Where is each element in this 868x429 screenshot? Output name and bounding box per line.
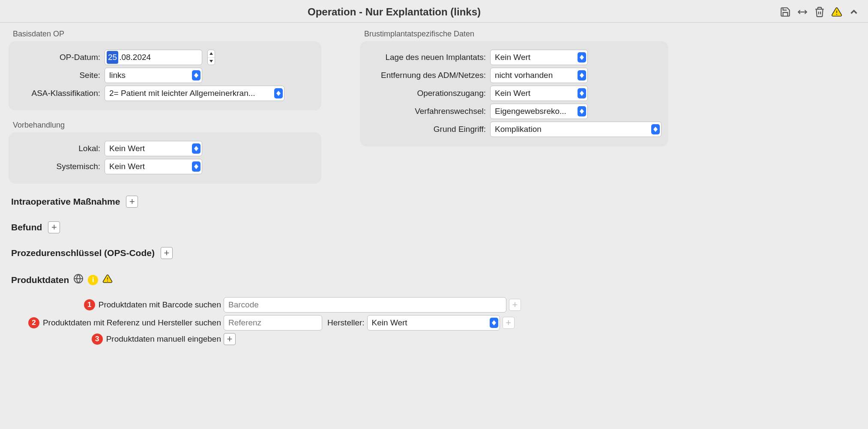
seite-value: links	[105, 68, 202, 83]
add-reference-button: +	[503, 317, 515, 329]
save-icon[interactable]	[780, 6, 791, 18]
verfahren-select[interactable]: Eigengewebsreko...	[490, 104, 588, 119]
ops-section: Prozedurenschlüssel (OPS-Code) +	[9, 240, 859, 261]
lage-value: Kein Wert	[490, 50, 588, 65]
intra-section: Intraoperative Maßnahme +	[9, 189, 859, 209]
info-icon[interactable]: i	[88, 275, 98, 285]
lokal-value: Kein Wert	[105, 141, 202, 156]
verfahren-value: Eigengewebsreko...	[490, 104, 588, 119]
lokal-select[interactable]: Kein Wert	[105, 141, 202, 156]
add-ops-button[interactable]: +	[161, 247, 173, 259]
intra-title: Intraoperative Maßnahme	[11, 197, 120, 207]
op-datum-stepper[interactable]	[207, 50, 215, 65]
badge-2: 2	[28, 317, 39, 328]
svg-marker-3	[210, 60, 213, 63]
svg-marker-2	[210, 52, 213, 55]
page-header: Operation - Nur Explantation (links)	[0, 0, 868, 23]
zugang-select[interactable]: Kein Wert	[490, 86, 588, 101]
basis-group: OP-Datum: 25 .08.2024	[9, 41, 321, 110]
befund-title: Befund	[11, 222, 42, 232]
warning-icon[interactable]	[831, 6, 842, 18]
stepper-down-icon[interactable]	[208, 58, 215, 65]
systemisch-select[interactable]: Kein Wert	[105, 159, 202, 174]
globe-icon[interactable]	[73, 274, 84, 286]
product-reference-row: 2 Produktdaten mit Referenz und Herstell…	[3, 315, 859, 331]
hersteller-select[interactable]: Kein Wert	[367, 315, 500, 331]
svg-point-1	[836, 14, 837, 15]
asa-select[interactable]: 2= Patient mit leichter Allgemeinerkran.…	[105, 86, 284, 101]
grund-select[interactable]: Komplikation	[490, 122, 661, 137]
hersteller-value: Kein Wert	[367, 315, 500, 331]
systemisch-value: Kein Wert	[105, 159, 202, 174]
lokal-label: Lokal:	[15, 144, 101, 153]
brust-group-label: Brustimplantatspezifische Daten	[364, 30, 668, 39]
basis-group-label: Basisdaten OP	[13, 30, 321, 39]
lage-select[interactable]: Kein Wert	[490, 50, 588, 65]
barcode-input[interactable]	[224, 297, 506, 313]
hersteller-label: Hersteller:	[327, 318, 365, 328]
systemisch-label: Systemisch:	[15, 162, 101, 171]
badge-3: 3	[92, 334, 103, 345]
reference-label: Produktdaten mit Referenz und Hersteller…	[43, 318, 221, 328]
seite-label: Seite:	[15, 71, 101, 80]
op-datum-field[interactable]: 25 .08.2024	[105, 50, 202, 65]
produkt-section: Produktdaten i	[9, 266, 859, 289]
entfernung-value: nicht vorhanden	[490, 68, 588, 83]
collapse-icon[interactable]	[848, 6, 859, 18]
op-datum-label: OP-Datum:	[15, 53, 101, 62]
stepper-up-icon[interactable]	[208, 50, 215, 58]
product-barcode-row: 1 Produktdaten mit Barcode suchen +	[11, 297, 859, 313]
swap-icon[interactable]	[797, 6, 808, 18]
vorbehandlung-group: Lokal: Kein Wert Systemisch: Kein W	[9, 132, 321, 184]
op-datum-day: 25	[107, 51, 118, 64]
entfernung-select[interactable]: nicht vorhanden	[490, 68, 588, 83]
barcode-label: Produktdaten mit Barcode suchen	[99, 300, 221, 310]
add-intra-button[interactable]: +	[126, 196, 138, 208]
lage-label: Lage des neuen Implantats:	[367, 53, 487, 62]
add-barcode-button: +	[509, 299, 521, 311]
asa-label: ASA-Klassifikation:	[15, 89, 101, 98]
op-datum-rest: .08.2024	[118, 50, 152, 65]
zugang-value: Kein Wert	[490, 86, 588, 101]
entfernung-label: Entfernung des ADM/Netzes:	[367, 71, 487, 80]
befund-section: Befund +	[9, 214, 859, 235]
vorbehandlung-group-label: Vorbehandlung	[13, 121, 321, 130]
badge-1: 1	[84, 299, 95, 310]
trash-icon[interactable]	[814, 6, 825, 18]
add-befund-button[interactable]: +	[48, 221, 60, 233]
grund-label: Grund Eingriff:	[367, 125, 487, 134]
svg-point-25	[107, 281, 108, 282]
add-manual-button[interactable]: +	[224, 333, 236, 345]
page-title: Operation - Nur Explantation (links)	[9, 6, 780, 18]
grund-value: Komplikation	[490, 122, 661, 137]
brust-group: Lage des neuen Implantats: Kein Wert Ent…	[360, 41, 668, 146]
zugang-label: Operationszugang:	[367, 89, 487, 98]
asa-value: 2= Patient mit leichter Allgemeinerkran.…	[105, 86, 284, 101]
warning-icon[interactable]	[102, 274, 113, 286]
header-toolbar	[780, 6, 859, 18]
verfahren-label: Verfahrenswechsel:	[367, 107, 487, 116]
reference-input[interactable]	[224, 315, 322, 331]
product-manual-row: 3 Produktdaten manuell eingeben +	[11, 333, 859, 345]
produkt-title: Produktdaten	[11, 275, 69, 285]
seite-select[interactable]: links	[105, 68, 202, 83]
ops-title: Prozedurenschlüssel (OPS-Code)	[11, 248, 155, 258]
manual-label: Produktdaten manuell eingeben	[106, 334, 221, 344]
